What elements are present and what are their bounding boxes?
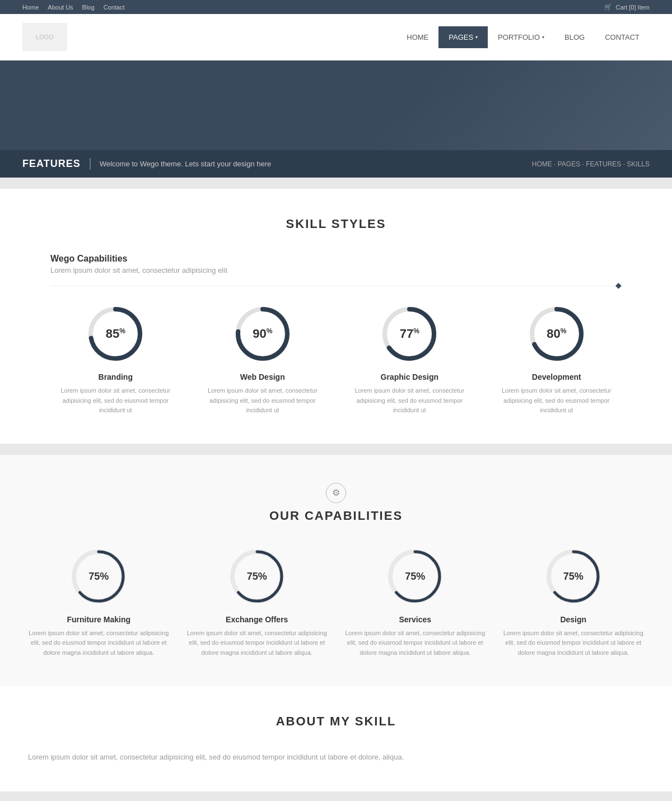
cap-item-services: 75% Services Lorem ipsum dolor sit amet,… — [344, 546, 486, 658]
cart-label[interactable]: Cart [0] Item — [615, 4, 650, 11]
hero-overlay — [0, 60, 672, 150]
skill-styles-section: SKILL STYLES Wego Capabilities Lorem ips… — [0, 189, 672, 444]
skill-name-development: Development — [532, 372, 581, 381]
nav-blog[interactable]: BLOG — [554, 26, 595, 48]
cap-item-design: 75% Design Lorem ipsum dolor sit amet, c… — [503, 546, 645, 658]
top-bar-item[interactable]: Contact — [104, 4, 125, 11]
about-desc: Lorem ipsum dolor sit amet, consectetur … — [28, 751, 644, 763]
skill-desc-webdesign: Lorem ipsum dolor sit amet, consectetur … — [198, 386, 328, 416]
circle-label-exchange: 75% — [247, 570, 267, 582]
skill-styles-inner: SKILL STYLES Wego Capabilities Lorem ips… — [28, 189, 644, 444]
skill-item-branding: 85% Branding Lorem ipsum dolor sit amet,… — [50, 303, 181, 416]
about-inner: ABOUT MY SKILL Lorem ipsum dolor sit ame… — [28, 714, 644, 763]
skill-item-webdesign: 90% Web Design Lorem ipsum dolor sit ame… — [198, 303, 328, 416]
chevron-down-icon: ▾ — [542, 35, 544, 40]
wego-subsection: Wego Capabilities Lorem ipsum dolor sit … — [50, 254, 622, 286]
breadcrumb-trail: HOME · PAGES · FEATURES · SKILLS — [532, 160, 650, 168]
skill-item-graphicdesign: 77% Graphic Design Lorem ipsum dolor sit… — [344, 303, 475, 416]
gear-icon-wrap: ⚙ — [28, 483, 644, 503]
circle-label-design: 75% — [563, 570, 584, 582]
circle-chart-furniture: 75% — [68, 546, 129, 607]
skills-grid: 85% Branding Lorem ipsum dolor sit amet,… — [50, 303, 622, 416]
nav-pages[interactable]: PAGES ▾ — [438, 26, 488, 48]
skill-styles-title: SKILL STYLES — [50, 217, 622, 231]
circle-chart-design: 75% — [543, 546, 604, 607]
cap-desc-furniture: Lorem ipsum dolor sit amet, consectetur … — [28, 628, 170, 658]
circle-chart-graphicdesign: 77% — [379, 303, 440, 365]
circle-chart-exchange: 75% — [226, 546, 288, 607]
cap-name-exchange: Exchange Offers — [226, 615, 288, 624]
capabilities-grid: 75% Furniture Making Lorem ipsum dolor s… — [28, 546, 644, 658]
top-bar-item[interactable]: About Us — [48, 4, 73, 11]
circle-label-graphicdesign: 77% — [400, 327, 419, 341]
cap-name-design: Design — [560, 615, 586, 624]
circle-label-development: 80% — [547, 327, 566, 341]
logo-area: LOGO — [22, 23, 67, 51]
about-section: ABOUT MY SKILL Lorem ipsum dolor sit ame… — [0, 686, 672, 791]
capabilities-inner: ⚙ OUR CAPABILITIES 75% Furniture Making … — [28, 483, 644, 658]
circle-chart-development: 80% — [526, 303, 587, 365]
skill-name-branding: Branding — [99, 372, 133, 381]
breadcrumb-subtitle: Welcome to Wego theme. Lets start your d… — [100, 160, 272, 168]
nav-contact[interactable]: CONTACT — [595, 26, 650, 48]
capabilities-section: ⚙ OUR CAPABILITIES 75% Furniture Making … — [0, 455, 672, 686]
cap-desc-design: Lorem ipsum dolor sit amet, consectetur … — [503, 628, 645, 658]
circle-chart-services: 75% — [384, 546, 446, 607]
main-nav: HOME PAGES ▾ PORTFOLIO ▾ BLOG CONTACT — [396, 26, 650, 48]
skill-desc-development: Lorem ipsum dolor sit amet, consectetur … — [492, 386, 622, 416]
subsection-subtitle: Lorem ipsum dolor sit amet, consectetur … — [50, 266, 622, 286]
cap-item-furniture: 75% Furniture Making Lorem ipsum dolor s… — [28, 546, 170, 658]
top-bar-item[interactable]: Home — [22, 4, 39, 11]
cap-desc-services: Lorem ipsum dolor sit amet, consectetur … — [344, 628, 486, 658]
cap-name-services: Services — [399, 615, 431, 624]
gear-icon: ⚙ — [326, 483, 346, 503]
skill-desc-graphicdesign: Lorem ipsum dolor sit amet, consectetur … — [344, 386, 475, 416]
nav-portfolio[interactable]: PORTFOLIO ▾ — [488, 26, 554, 48]
header: LOGO HOME PAGES ▾ PORTFOLIO ▾ BLOG CONTA… — [0, 14, 672, 60]
cart-icon: 🛒 — [604, 3, 612, 11]
capabilities-inner-section: ⚙ OUR CAPABILITIES 75% Furniture Making … — [0, 455, 672, 686]
breadcrumb-title: FEATURES — [22, 158, 91, 170]
chevron-down-icon: ▾ — [475, 35, 478, 40]
circle-chart-branding: 85% — [85, 303, 146, 365]
circle-label-branding: 85% — [106, 327, 125, 341]
cap-item-exchange: 75% Exchange Offers Lorem ipsum dolor si… — [186, 546, 328, 658]
top-bar-item[interactable]: Blog — [82, 4, 95, 11]
top-bar-left: Home About Us Blog Contact — [22, 4, 125, 11]
nav-home[interactable]: HOME — [396, 26, 438, 48]
hero-banner — [0, 60, 672, 150]
circle-label-services: 75% — [405, 570, 425, 582]
cap-name-furniture: Furniture Making — [67, 615, 130, 624]
cap-desc-exchange: Lorem ipsum dolor sit amet, consectetur … — [186, 628, 328, 658]
logo: LOGO — [22, 23, 67, 51]
diamond-marker: ◆ — [615, 281, 622, 290]
breadcrumb-bar: FEATURES Welcome to Wego theme. Lets sta… — [0, 150, 672, 178]
skill-desc-branding: Lorem ipsum dolor sit amet, consectetur … — [50, 386, 181, 416]
skill-name-graphicdesign: Graphic Design — [381, 372, 438, 381]
breadcrumb-left: FEATURES Welcome to Wego theme. Lets sta… — [22, 158, 271, 170]
skill-name-webdesign: Web Design — [240, 372, 285, 381]
subsection-title: Wego Capabilities — [50, 254, 622, 264]
about-title: ABOUT MY SKILL — [28, 714, 644, 729]
capabilities-title: OUR CAPABILITIES — [28, 509, 644, 523]
top-bar: Home About Us Blog Contact 🛒 Cart [0] It… — [0, 0, 672, 14]
top-bar-right: 🛒 Cart [0] Item — [604, 3, 650, 11]
circle-label-webdesign: 90% — [253, 327, 272, 341]
circle-chart-webdesign: 90% — [232, 303, 293, 365]
circle-label-furniture: 75% — [88, 570, 109, 582]
skill-item-development: 80% Development Lorem ipsum dolor sit am… — [492, 303, 622, 416]
